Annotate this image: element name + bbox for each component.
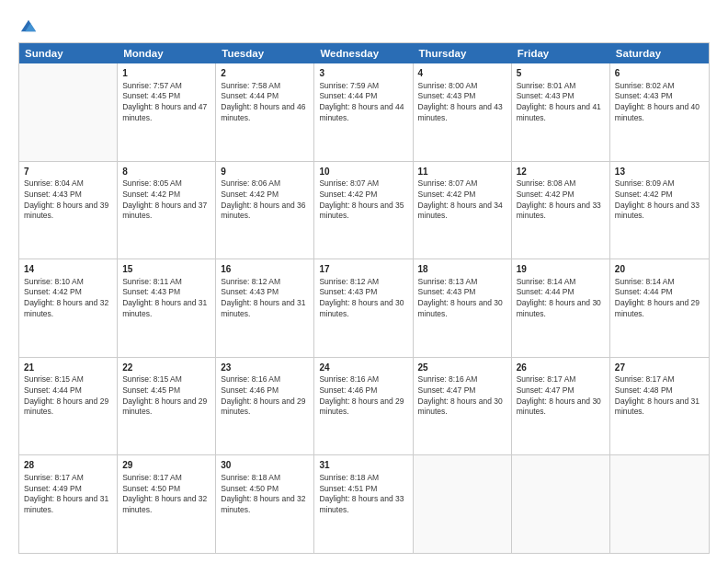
calendar-cell: 17Sunrise: 8:12 AM Sunset: 4:43 PM Dayli… <box>314 259 413 357</box>
cell-info: Sunrise: 8:05 AM Sunset: 4:42 PM Dayligh… <box>122 178 210 222</box>
day-number: 25 <box>418 362 506 374</box>
day-number: 20 <box>615 263 704 276</box>
calendar-body: 1Sunrise: 7:57 AM Sunset: 4:45 PM Daylig… <box>19 63 709 553</box>
calendar-cell: 6Sunrise: 8:02 AM Sunset: 4:43 PM Daylig… <box>610 63 709 161</box>
calendar-cell: 30Sunrise: 8:18 AM Sunset: 4:50 PM Dayli… <box>216 455 314 553</box>
day-number: 9 <box>221 166 309 178</box>
calendar-cell: 12Sunrise: 8:08 AM Sunset: 4:42 PM Dayli… <box>512 162 610 259</box>
day-number: 28 <box>24 459 112 472</box>
cell-info: Sunrise: 8:02 AM Sunset: 4:43 PM Dayligh… <box>615 81 704 124</box>
calendar: SundayMondayTuesdayWednesdayThursdayFrid… <box>19 43 709 553</box>
day-number: 5 <box>517 67 605 80</box>
cell-info: Sunrise: 8:15 AM Sunset: 4:45 PM Dayligh… <box>122 374 210 418</box>
cell-info: Sunrise: 8:09 AM Sunset: 4:42 PM Dayligh… <box>615 178 704 222</box>
cell-info: Sunrise: 8:12 AM Sunset: 4:43 PM Dayligh… <box>221 277 309 320</box>
day-number: 18 <box>418 263 506 276</box>
cell-info: Sunrise: 7:59 AM Sunset: 4:44 PM Dayligh… <box>319 81 407 124</box>
cell-info: Sunrise: 8:14 AM Sunset: 4:44 PM Dayligh… <box>517 277 605 320</box>
calendar-cell <box>610 455 709 553</box>
day-number: 23 <box>221 362 309 374</box>
calendar-cell: 10Sunrise: 8:07 AM Sunset: 4:42 PM Dayli… <box>314 162 413 259</box>
calendar-cell: 1Sunrise: 7:57 AM Sunset: 4:45 PM Daylig… <box>118 63 216 161</box>
cell-info: Sunrise: 8:18 AM Sunset: 4:51 PM Dayligh… <box>319 473 407 516</box>
calendar-header-cell: Sunday <box>19 43 118 63</box>
day-number: 26 <box>517 362 605 374</box>
day-number: 4 <box>418 67 506 80</box>
cell-info: Sunrise: 8:10 AM Sunset: 4:42 PM Dayligh… <box>24 277 112 320</box>
calendar-cell: 28Sunrise: 8:17 AM Sunset: 4:49 PM Dayli… <box>19 455 118 553</box>
calendar-cell: 18Sunrise: 8:13 AM Sunset: 4:43 PM Dayli… <box>414 259 512 357</box>
logo <box>18 17 42 37</box>
day-number: 30 <box>221 459 309 472</box>
day-number: 12 <box>517 166 605 178</box>
calendar-header-cell: Tuesday <box>216 43 314 63</box>
calendar-cell: 2Sunrise: 7:58 AM Sunset: 4:44 PM Daylig… <box>216 63 314 161</box>
calendar-cell: 5Sunrise: 8:01 AM Sunset: 4:43 PM Daylig… <box>512 63 610 161</box>
calendar-cell: 3Sunrise: 7:59 AM Sunset: 4:44 PM Daylig… <box>314 63 413 161</box>
calendar-header: SundayMondayTuesdayWednesdayThursdayFrid… <box>19 43 709 63</box>
calendar-cell <box>512 455 610 553</box>
calendar-header-cell: Friday <box>512 43 610 63</box>
day-number: 15 <box>122 263 210 276</box>
cell-info: Sunrise: 8:08 AM Sunset: 4:42 PM Dayligh… <box>517 178 605 222</box>
calendar-cell: 4Sunrise: 8:00 AM Sunset: 4:43 PM Daylig… <box>414 63 512 161</box>
cell-info: Sunrise: 8:00 AM Sunset: 4:43 PM Dayligh… <box>418 81 506 124</box>
calendar-cell: 29Sunrise: 8:17 AM Sunset: 4:50 PM Dayli… <box>118 455 216 553</box>
day-number: 11 <box>418 166 506 178</box>
calendar-row: 28Sunrise: 8:17 AM Sunset: 4:49 PM Dayli… <box>19 455 709 553</box>
cell-info: Sunrise: 8:13 AM Sunset: 4:43 PM Dayligh… <box>418 277 506 320</box>
cell-info: Sunrise: 8:16 AM Sunset: 4:47 PM Dayligh… <box>418 374 506 418</box>
calendar-cell: 26Sunrise: 8:17 AM Sunset: 4:47 PM Dayli… <box>512 358 610 455</box>
calendar-outer: SundayMondayTuesdayWednesdayThursdayFrid… <box>18 42 710 554</box>
cell-info: Sunrise: 8:07 AM Sunset: 4:42 PM Dayligh… <box>418 178 506 222</box>
page: SundayMondayTuesdayWednesdayThursdayFrid… <box>0 0 728 563</box>
calendar-cell: 9Sunrise: 8:06 AM Sunset: 4:42 PM Daylig… <box>216 162 314 259</box>
day-number: 19 <box>517 263 605 276</box>
calendar-cell: 16Sunrise: 8:12 AM Sunset: 4:43 PM Dayli… <box>216 259 314 357</box>
day-number: 3 <box>319 67 407 80</box>
cell-info: Sunrise: 8:16 AM Sunset: 4:46 PM Dayligh… <box>319 374 407 418</box>
cell-info: Sunrise: 8:16 AM Sunset: 4:46 PM Dayligh… <box>221 374 309 418</box>
day-number: 17 <box>319 263 407 276</box>
calendar-cell: 31Sunrise: 8:18 AM Sunset: 4:51 PM Dayli… <box>314 455 413 553</box>
day-number: 16 <box>221 263 309 276</box>
day-number: 13 <box>615 166 704 178</box>
calendar-cell <box>19 63 118 161</box>
logo-icon <box>18 17 39 37</box>
calendar-cell: 13Sunrise: 8:09 AM Sunset: 4:42 PM Dayli… <box>610 162 709 259</box>
calendar-cell: 24Sunrise: 8:16 AM Sunset: 4:46 PM Dayli… <box>314 358 413 455</box>
calendar-cell: 11Sunrise: 8:07 AM Sunset: 4:42 PM Dayli… <box>414 162 512 259</box>
day-number: 24 <box>319 362 407 374</box>
calendar-cell: 8Sunrise: 8:05 AM Sunset: 4:42 PM Daylig… <box>118 162 216 259</box>
calendar-row: 21Sunrise: 8:15 AM Sunset: 4:44 PM Dayli… <box>19 358 709 456</box>
calendar-header-cell: Thursday <box>414 43 512 63</box>
cell-info: Sunrise: 8:01 AM Sunset: 4:43 PM Dayligh… <box>517 81 605 124</box>
day-number: 6 <box>615 67 704 80</box>
day-number: 21 <box>24 362 112 374</box>
calendar-header-cell: Saturday <box>610 43 709 63</box>
cell-info: Sunrise: 8:04 AM Sunset: 4:43 PM Dayligh… <box>24 178 112 222</box>
cell-info: Sunrise: 8:17 AM Sunset: 4:50 PM Dayligh… <box>122 473 210 516</box>
calendar-cell <box>414 455 512 553</box>
calendar-cell: 19Sunrise: 8:14 AM Sunset: 4:44 PM Dayli… <box>512 259 610 357</box>
calendar-cell: 25Sunrise: 8:16 AM Sunset: 4:47 PM Dayli… <box>414 358 512 455</box>
day-number: 1 <box>122 67 210 80</box>
calendar-cell: 15Sunrise: 8:11 AM Sunset: 4:43 PM Dayli… <box>118 259 216 357</box>
cell-info: Sunrise: 8:14 AM Sunset: 4:44 PM Dayligh… <box>615 277 704 320</box>
day-number: 31 <box>319 459 407 472</box>
day-number: 22 <box>122 362 210 374</box>
calendar-cell: 23Sunrise: 8:16 AM Sunset: 4:46 PM Dayli… <box>216 358 314 455</box>
day-number: 27 <box>615 362 704 374</box>
cell-info: Sunrise: 8:17 AM Sunset: 4:49 PM Dayligh… <box>24 473 112 516</box>
cell-info: Sunrise: 7:57 AM Sunset: 4:45 PM Dayligh… <box>122 81 210 124</box>
cell-info: Sunrise: 8:15 AM Sunset: 4:44 PM Dayligh… <box>24 374 112 418</box>
day-number: 7 <box>24 166 112 178</box>
day-number: 29 <box>122 459 210 472</box>
calendar-cell: 21Sunrise: 8:15 AM Sunset: 4:44 PM Dayli… <box>19 358 118 455</box>
cell-info: Sunrise: 8:11 AM Sunset: 4:43 PM Dayligh… <box>122 277 210 320</box>
calendar-header-cell: Wednesday <box>314 43 413 63</box>
calendar-row: 14Sunrise: 8:10 AM Sunset: 4:42 PM Dayli… <box>19 259 709 358</box>
calendar-header-cell: Monday <box>118 43 216 63</box>
cell-info: Sunrise: 8:06 AM Sunset: 4:42 PM Dayligh… <box>221 178 309 222</box>
cell-info: Sunrise: 8:07 AM Sunset: 4:42 PM Dayligh… <box>319 178 407 222</box>
